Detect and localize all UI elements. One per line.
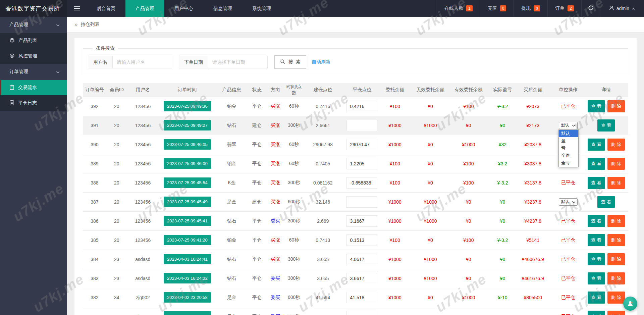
select-option-2[interactable]: 亏	[559, 145, 578, 152]
sidebar-item-trade-flow-label: 交易流水	[18, 85, 37, 91]
close-point-input[interactable]	[346, 177, 377, 189]
stat-recharge[interactable]: 充值0	[480, 0, 514, 17]
view-button[interactable]: 查看	[588, 234, 605, 246]
control-select[interactable]: 默认	[559, 198, 578, 206]
cell-profit: ¥-10	[492, 288, 521, 307]
select-option-0[interactable]: 默认	[559, 130, 578, 137]
auto-refresh-link[interactable]: 自动刷新	[312, 59, 330, 65]
delete-button[interactable]: 删除	[607, 311, 625, 315]
control-select[interactable]: 默认	[559, 122, 578, 129]
select-option-1[interactable]: 盈	[559, 137, 578, 145]
close-point-input[interactable]	[346, 273, 377, 284]
chevron-down-icon	[572, 200, 576, 204]
close-point-input[interactable]	[346, 120, 377, 131]
hamburger-icon	[74, 5, 80, 11]
delete-button[interactable]: 删除	[607, 215, 625, 227]
order-time-button[interactable]: 2023-07-25 09:49:36	[164, 101, 211, 111]
cell-detail-actions: 查看删除	[584, 230, 628, 250]
close-point-input[interactable]	[346, 101, 377, 112]
customer-service-fab[interactable]	[623, 297, 637, 311]
order-time-button[interactable]: 2023-07-25 09:45:49	[164, 197, 211, 207]
sidebar-group-order[interactable]: 订单管理	[0, 64, 67, 80]
view-button[interactable]: 查看	[588, 253, 605, 265]
cell-close-point	[342, 135, 382, 154]
view-button[interactable]: 查看	[597, 119, 615, 132]
view-button[interactable]: 查看	[588, 311, 605, 315]
order-time-button[interactable]: 2023-07-25 09:45:54	[164, 177, 211, 188]
order-date-input[interactable]	[208, 56, 268, 68]
order-time-button[interactable]: 2023-07-25 09:46:05	[164, 139, 211, 150]
delete-button[interactable]: 删除	[607, 139, 625, 151]
close-point-input[interactable]	[346, 234, 377, 246]
view-button[interactable]: 查看	[588, 158, 605, 170]
order-time-button[interactable]: 2023-07-25 09:45:41	[164, 216, 211, 226]
stat-orders[interactable]: 订单2	[547, 0, 581, 17]
view-button[interactable]: 查看	[597, 196, 615, 208]
order-time-button[interactable]: 2023-04-03 16:24:32	[164, 273, 211, 283]
cell-status: 建仓	[248, 116, 266, 135]
nav-item-system[interactable]: 系统管理	[242, 0, 281, 17]
order-time-button[interactable]: 2023-07-25 09:41:20	[164, 235, 211, 245]
stat-withdraw[interactable]: 提现0	[514, 0, 547, 17]
nav-item-user-center[interactable]: 用户中心	[164, 0, 203, 17]
delete-button[interactable]: 删除	[607, 177, 625, 189]
order-time-button[interactable]: 2023-07-25 09:46:00	[164, 158, 211, 169]
view-button[interactable]: 查看	[588, 292, 605, 304]
sidebar-group-product[interactable]: 产品管理	[0, 17, 67, 33]
close-point-input[interactable]	[346, 292, 377, 303]
view-button[interactable]: 查看	[588, 139, 605, 151]
select-option-3[interactable]: 全盈	[559, 152, 578, 159]
order-time-button[interactable]: 2023-04-02 23:20:55	[164, 311, 211, 315]
sidebar-item-product-list[interactable]: 产品列表	[0, 33, 67, 48]
cell-open-point: 41.594	[311, 307, 342, 315]
delete-button[interactable]: 删除	[607, 158, 625, 170]
cell-order-time: 2023-04-02 23:20:55	[159, 307, 216, 315]
cell-direction: 买涨	[266, 135, 284, 154]
view-button[interactable]: 查看	[588, 272, 605, 284]
delete-button[interactable]: 删除	[607, 253, 625, 265]
view-button[interactable]: 查看	[588, 215, 605, 227]
username-input[interactable]	[112, 56, 172, 68]
close-point-input[interactable]	[346, 139, 377, 150]
order-time-button[interactable]: 2023-04-03 16:24:41	[164, 254, 211, 264]
close-point-input[interactable]	[346, 215, 377, 227]
delete-button[interactable]: 删除	[607, 292, 625, 304]
delete-button[interactable]: 删除	[607, 234, 625, 246]
view-button[interactable]: 查看	[588, 100, 605, 112]
balance-value: ¥460676.9	[522, 257, 544, 262]
nav-item-product[interactable]: 产品管理	[125, 0, 164, 17]
cell-profit: ¥-3.2	[492, 173, 521, 192]
cell-product: 钻石	[216, 211, 248, 230]
balance-value: ¥806500	[524, 314, 542, 315]
close-point-input[interactable]	[346, 158, 377, 169]
cell-close-point	[342, 307, 382, 315]
sidebar-item-risk-management[interactable]: 风控管理	[0, 48, 67, 64]
order-time-button[interactable]: 2023-04-02 23:20:58	[164, 292, 211, 303]
profit-value: ¥-3.2	[497, 104, 508, 109]
close-point-input[interactable]	[346, 311, 377, 315]
menu-toggle-button[interactable]	[67, 0, 87, 17]
cell-entrust-value: ¥100	[390, 104, 400, 109]
close-point-input[interactable]	[346, 254, 377, 265]
sidebar-item-trade-flow[interactable]: 交易流水	[0, 80, 67, 95]
search-button[interactable]: 搜索	[274, 55, 306, 69]
cell-username: 123456	[127, 97, 159, 116]
delete-button[interactable]: 删除	[607, 100, 625, 112]
delete-button[interactable]: 删除	[607, 272, 625, 284]
admin-menu[interactable]: admin	[600, 0, 644, 17]
user-icon	[609, 5, 614, 11]
balance-value: ¥2037.8	[524, 142, 541, 147]
profit-value: ¥0	[500, 257, 505, 262]
refresh-button[interactable]	[581, 0, 600, 17]
sidebar-item-close-log[interactable]: 平仓日志	[0, 95, 67, 111]
nav-item-info[interactable]: 信息管理	[203, 0, 242, 17]
nav-item-home[interactable]: 后台首页	[87, 0, 125, 17]
cell-order-time: 2023-04-02 23:20:58	[159, 288, 216, 307]
close-point-input[interactable]	[346, 196, 377, 208]
stat-online[interactable]: 在线人数1	[437, 0, 480, 17]
view-button[interactable]: 查看	[588, 177, 605, 189]
search-panel: 条件搜索 用户名 下单日期 搜索	[83, 45, 628, 75]
order-time-button[interactable]: 2023-07-25 09:49:27	[164, 120, 211, 130]
profit-value: ¥0	[500, 199, 505, 205]
select-option-4[interactable]: 全亏	[559, 159, 578, 167]
